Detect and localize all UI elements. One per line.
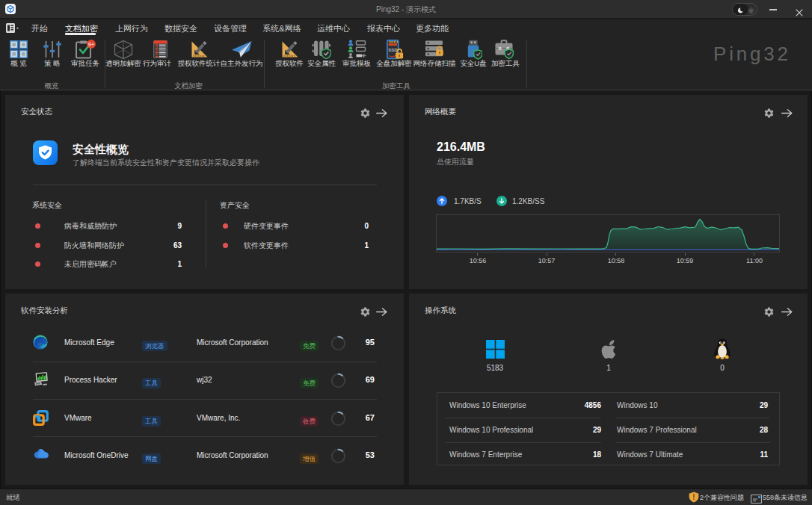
svg-text:9+: 9+ <box>88 41 95 48</box>
svg-text:SSD: SSD <box>388 48 398 52</box>
